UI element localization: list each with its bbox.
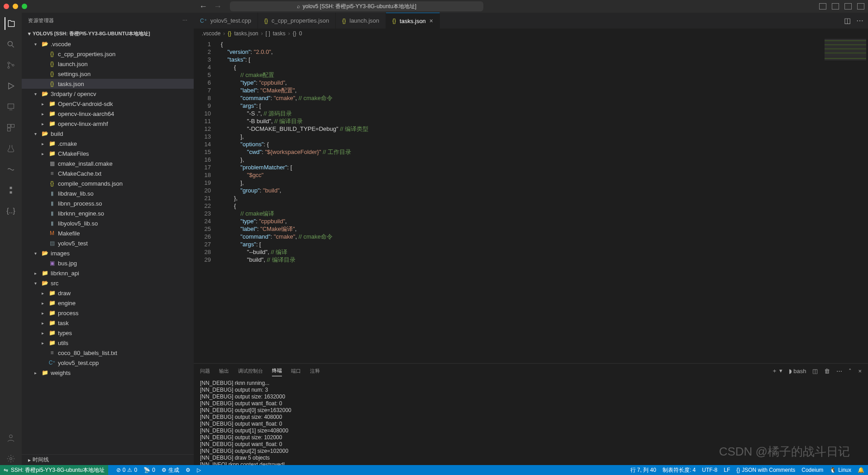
folder-utils[interactable]: ▸📁utils bbox=[22, 338, 194, 348]
layout-toggle-right-icon[interactable] bbox=[844, 3, 852, 10]
file-librknn-engine[interactable]: ▮librknn_engine.so bbox=[22, 208, 194, 218]
nav-forward-icon[interactable]: → bbox=[214, 2, 222, 11]
split-editor-icon[interactable]: ◫ bbox=[844, 16, 851, 25]
file-ccpp-properties[interactable]: {}c_cpp_properties.json bbox=[22, 49, 194, 59]
tab-yolov5-cpp[interactable]: C⁺yolov5_test.cpp bbox=[194, 13, 258, 29]
status-language[interactable]: {} JSON with Comments bbox=[736, 467, 795, 473]
file-cmake-install[interactable]: ▦cmake_install.cmake bbox=[22, 158, 194, 168]
run-debug-icon[interactable] bbox=[5, 80, 17, 92]
command-center[interactable]: ⌕ yolov5 [SSH: 香橙pi5-YY3-8G-ubuntu本地地址] bbox=[230, 1, 483, 11]
terminal-more-icon[interactable]: ⋯ bbox=[836, 368, 842, 374]
layout-customize-icon[interactable] bbox=[857, 3, 864, 10]
folder-3rdparty[interactable]: ▾📂3rdparty / opencv bbox=[22, 89, 194, 99]
status-errors[interactable]: ⊘ 0 ⚠ 0 bbox=[116, 467, 137, 473]
code-editor[interactable]: 1234567891011121314151617181920212223242… bbox=[194, 38, 868, 363]
tab-ccpp-properties[interactable]: {}c_cpp_properties.json bbox=[258, 13, 336, 29]
nav-back-icon[interactable]: ← bbox=[199, 2, 207, 11]
folder-process[interactable]: ▸📁process bbox=[22, 308, 194, 318]
folder-src[interactable]: ▾📂src bbox=[22, 278, 194, 288]
folder-cmakefiles[interactable]: ▸📁CMakeFiles bbox=[22, 149, 194, 158]
status-run[interactable]: ▷ bbox=[197, 467, 201, 473]
timeline-section[interactable]: ▸时间线 bbox=[22, 454, 194, 465]
json-ext-icon[interactable]: {..} bbox=[5, 205, 17, 217]
status-debug-target[interactable]: ⚙ bbox=[186, 467, 191, 473]
search-icon[interactable] bbox=[5, 38, 17, 51]
folder-librknn-api[interactable]: ▸📁librknn_api bbox=[22, 268, 194, 278]
file-cmakecache[interactable]: ≡CMakeCache.txt bbox=[22, 168, 194, 178]
status-build[interactable]: ⚙ 生成 bbox=[162, 466, 179, 474]
svg-rect-7 bbox=[8, 128, 11, 131]
folder-draw[interactable]: ▸📁draw bbox=[22, 288, 194, 298]
source-control-icon[interactable] bbox=[5, 59, 17, 72]
panel-tab-output[interactable]: 输出 bbox=[219, 366, 229, 376]
more-actions-icon[interactable]: ⋯ bbox=[856, 16, 863, 25]
status-encoding[interactable]: UTF-8 bbox=[702, 467, 717, 473]
maximize-window-button[interactable] bbox=[22, 4, 27, 9]
python-icon[interactable] bbox=[5, 184, 17, 197]
explorer-icon[interactable] bbox=[5, 17, 17, 30]
file-libnn[interactable]: ▮libnn_process.so bbox=[22, 198, 194, 208]
file-libyolov5[interactable]: ▮libyolov5_lib.so bbox=[22, 218, 194, 228]
file-tasks-json[interactable]: {}tasks.json bbox=[22, 79, 194, 89]
tab-launch-json[interactable]: {}launch.json bbox=[336, 13, 386, 29]
panel-tab-problems[interactable]: 问题 bbox=[200, 366, 210, 376]
terminal-profile[interactable]: ◗ bash bbox=[789, 368, 806, 374]
status-notifications-icon[interactable]: 🔔 bbox=[858, 467, 864, 473]
folder-engine[interactable]: ▸📁engine bbox=[22, 298, 194, 308]
panel-tab-debug[interactable]: 调试控制台 bbox=[238, 366, 263, 376]
remote-indicator[interactable]: ⇋SSH: 香橙pi5-YY3-8G-ubuntu本地地址 bbox=[0, 465, 108, 475]
extensions-icon[interactable] bbox=[5, 121, 17, 134]
testing-icon[interactable] bbox=[5, 142, 17, 155]
folder-opencv-aarch64[interactable]: ▸📁opencv-linux-aarch64 bbox=[22, 109, 194, 119]
file-compile-commands[interactable]: {}compile_commands.json bbox=[22, 178, 194, 188]
layout-toggle-left-icon[interactable] bbox=[819, 3, 826, 10]
minimap[interactable] bbox=[823, 38, 868, 363]
editor-area: C⁺yolov5_test.cpp {}c_cpp_properties.jso… bbox=[194, 13, 868, 465]
folder-build[interactable]: ▾📂build bbox=[22, 129, 194, 139]
more-icon[interactable]: ⋯ bbox=[182, 18, 188, 24]
folder-opencv-android[interactable]: ▸📁OpenCV-android-sdk bbox=[22, 99, 194, 109]
file-makefile[interactable]: MMakefile bbox=[22, 228, 194, 238]
close-tab-icon[interactable]: × bbox=[429, 17, 433, 24]
close-window-button[interactable] bbox=[4, 4, 9, 9]
file-yolov5-test-cpp[interactable]: C⁺yolov5_test.cpp bbox=[22, 358, 194, 368]
folder-cmake[interactable]: ▸📁.cmake bbox=[22, 139, 194, 149]
settings-gear-icon[interactable] bbox=[5, 452, 17, 465]
remote-explorer-icon[interactable] bbox=[5, 101, 17, 113]
code-content[interactable]: { "version": "2.0.0", "tasks": [ { // cm… bbox=[216, 38, 368, 363]
status-os[interactable]: 🐧 Linux bbox=[830, 467, 851, 473]
status-ports[interactable]: 📡 0 bbox=[143, 467, 155, 473]
folder-weights[interactable]: ▸📁weights bbox=[22, 368, 194, 378]
folder-task[interactable]: ▸📁task bbox=[22, 318, 194, 328]
new-terminal-icon[interactable]: ＋ ▾ bbox=[772, 367, 782, 375]
minimize-window-button[interactable] bbox=[13, 4, 18, 9]
panel-tab-terminal[interactable]: 终端 bbox=[272, 365, 282, 376]
file-yolov5-test-bin[interactable]: ▤yolov5_test bbox=[22, 238, 194, 248]
close-panel-icon[interactable]: × bbox=[858, 368, 862, 374]
status-tabsize[interactable]: 制表符长度: 4 bbox=[663, 466, 696, 474]
file-coco80[interactable]: ≡coco_80_labels_list.txt bbox=[22, 348, 194, 358]
maximize-panel-icon[interactable]: ˄ bbox=[849, 368, 852, 374]
breadcrumb[interactable]: .vscode› {}tasks.json› [ ]tasks› {}0 bbox=[194, 29, 868, 38]
explorer-root-header[interactable]: ▾YOLOV5 [SSH: 香橙PI5-YY3-8G-UBUNTU本地地址] bbox=[22, 29, 194, 39]
status-eol[interactable]: LF bbox=[724, 467, 730, 473]
tab-tasks-json[interactable]: {}tasks.json× bbox=[386, 13, 440, 29]
kill-terminal-icon[interactable]: 🗑 bbox=[824, 368, 830, 374]
folder-vscode[interactable]: ▾📂.vscode bbox=[22, 39, 194, 49]
status-cursor[interactable]: 行 7, 列 40 bbox=[630, 466, 656, 474]
terminal[interactable]: [NN_DEBUG] rknn running... [NN_DEBUG] ou… bbox=[194, 376, 868, 465]
panel-tab-comments[interactable]: 注释 bbox=[310, 366, 320, 376]
folder-types[interactable]: ▸📁types bbox=[22, 328, 194, 338]
layout-toggle-bottom-icon[interactable] bbox=[832, 3, 839, 10]
file-settings-json[interactable]: {}settings.json bbox=[22, 69, 194, 79]
status-codeium[interactable]: Codeium bbox=[801, 467, 823, 473]
codeium-ext-icon[interactable] bbox=[5, 163, 17, 176]
panel-tab-ports[interactable]: 端口 bbox=[291, 366, 301, 376]
folder-opencv-armhf[interactable]: ▸📁opencv-linux-armhf bbox=[22, 119, 194, 129]
file-bus-jpg[interactable]: ▣bus.jpg bbox=[22, 258, 194, 268]
file-launch-json[interactable]: {}launch.json bbox=[22, 59, 194, 69]
file-libdraw[interactable]: ▮libdraw_lib.so bbox=[22, 188, 194, 198]
accounts-icon[interactable] bbox=[5, 432, 17, 444]
split-terminal-icon[interactable]: ◫ bbox=[812, 368, 818, 374]
folder-images[interactable]: ▾📂images bbox=[22, 248, 194, 258]
